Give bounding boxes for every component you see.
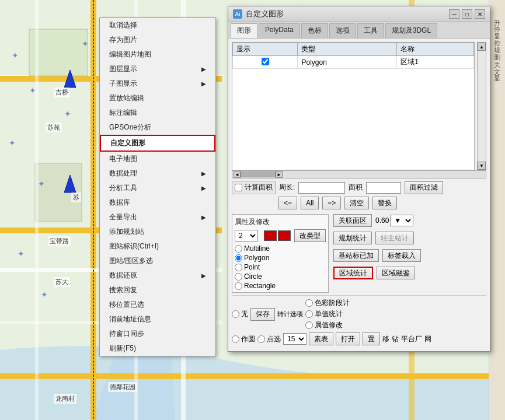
radio-point[interactable]: Point [235, 263, 326, 271]
menu-item-address-info[interactable]: 消前地址信息 [100, 312, 215, 327]
perimeter-input[interactable] [298, 182, 345, 194]
menu-item-emap[interactable]: 电子地图 [100, 152, 215, 166]
related-row: 关联面区 0.60 ▼ [333, 214, 486, 227]
replace-btn[interactable]: 替换 [372, 197, 397, 209]
open-btn[interactable]: 打开 [336, 332, 360, 345]
color-swatch-2[interactable] [278, 230, 291, 241]
region-merge-btn[interactable]: 区域融鉴 [377, 267, 415, 279]
radio-circle[interactable]: Circle [235, 272, 326, 281]
menu-item-sub-display[interactable]: 子图显示 [100, 76, 215, 91]
area-input[interactable] [366, 182, 401, 194]
tab-colormark[interactable]: 色标 [301, 23, 328, 38]
scroll-right-btn[interactable]: ► [276, 171, 283, 178]
dialog-minimize-btn[interactable]: ─ [449, 9, 459, 19]
confirm-btn[interactable]: 置 [363, 332, 380, 345]
menu-item-database[interactable]: 数据库 [100, 195, 215, 210]
menu-item-data-restore[interactable]: 数据还原 [100, 268, 215, 283]
footer-radio-point[interactable]: 点选 [257, 334, 281, 344]
convert-options-label: 转计选项 [277, 310, 303, 318]
menu-item-sync-window[interactable]: 持窗口同步 [100, 327, 215, 341]
calc-row: 计算面积 周长: 面积 面积过滤 [232, 181, 486, 194]
tab-tools[interactable]: 工具 [357, 23, 384, 38]
tab-options[interactable]: 选项 [329, 23, 356, 38]
menu-item-save-image[interactable]: 存为图片 [100, 33, 215, 47]
save-btn[interactable]: 保存 [250, 308, 275, 321]
dialog-close-btn[interactable]: ✕ [475, 9, 485, 19]
area-label: 面积 [349, 183, 363, 192]
menu-item-move-selected[interactable]: 移位置已选 [100, 298, 215, 312]
svg-rect-12 [35, 0, 39, 420]
menu-item-search-restore[interactable]: 搜索回复 [100, 283, 215, 298]
menu-item-gpsone[interactable]: GPSOne分析 [100, 120, 215, 135]
menu-item-custom-shape[interactable]: 自定义图形 [100, 135, 215, 152]
clear-btn[interactable]: 清空 [344, 197, 369, 209]
scroll-down-btn[interactable]: ▼ [478, 162, 486, 170]
right-sidebar: 升 停 显 控 规 删 关 文 显 [489, 0, 505, 420]
menu-item-add-plan[interactable]: 添加规划站 [100, 225, 215, 239]
radio-rectangle[interactable]: Rectangle [235, 282, 326, 290]
row-checkbox-cell[interactable] [233, 56, 298, 69]
main-station-btn[interactable]: 转主站计 [375, 232, 414, 244]
menu-item-edit-image-map[interactable]: 编辑图片地图 [100, 47, 215, 62]
scroll-thumb[interactable] [241, 172, 276, 177]
attr-edit-box: 属性及修改 2 改类型 Multiline [232, 214, 329, 293]
menu-item-data-process[interactable]: 数据处理 [100, 166, 215, 181]
menu-item-full-export[interactable]: 全量导出 [100, 210, 215, 225]
arrow-left-btn[interactable]: <= [278, 197, 297, 209]
tab-planning[interactable]: 规划及3DGL [385, 23, 437, 38]
menu-item-cancel[interactable]: 取消选择 [100, 18, 215, 33]
style-type-btn[interactable]: 改类型 [294, 229, 326, 242]
scroll-left-btn[interactable]: ◄ [234, 171, 241, 178]
all-btn[interactable]: All [301, 197, 319, 209]
scroll-track[interactable] [478, 51, 486, 162]
menu-item-analysis[interactable]: 分析工具 [100, 181, 215, 195]
footer-radio-attr[interactable]: 属值修改 [305, 320, 350, 330]
table-row[interactable]: Polygon 区域1 [233, 56, 474, 69]
scroll-up-btn[interactable]: ▲ [478, 43, 486, 51]
map-label-dejia: 德鄰花园 [108, 382, 137, 392]
menu-item-refresh[interactable]: 刷新(F5) [100, 341, 215, 356]
row-checkbox[interactable] [262, 58, 269, 65]
radio-polygon[interactable]: Polygon [235, 254, 326, 262]
tab-graphic[interactable]: 图形 [231, 23, 257, 38]
col-header-type: 类型 [298, 43, 397, 56]
footer-radio-single[interactable]: 单值统计 [305, 309, 350, 319]
table-area: 显示 类型 名称 Polygon 区域1 [232, 42, 486, 170]
color-swatch-1[interactable] [264, 230, 277, 241]
threshold-btn[interactable]: 规划统计 [333, 232, 372, 244]
svg-text:✦: ✦ [12, 51, 19, 60]
table-scrollbar[interactable]: ▲ ▼ [477, 42, 486, 170]
tab-polydata[interactable]: PolyData [259, 23, 300, 38]
region-stat-btn[interactable]: 区域统计 [333, 267, 373, 279]
dialog-window-controls: ─ □ ✕ [449, 9, 485, 19]
footer-size-dropdown[interactable]: 15 [283, 333, 307, 345]
dialog-title: Ai 自定义图形 [233, 9, 284, 19]
attr-dropdown[interactable]: 2 [235, 230, 258, 242]
menu-item-label-edit[interactable]: 标注编辑 [100, 106, 215, 120]
menu-item-multi-select[interactable]: 图站/围区多选 [100, 254, 215, 268]
menu-item-station-id[interactable]: 图站标识(Ctrl+I) [100, 239, 215, 254]
related-dropdown[interactable]: ▼ [390, 215, 413, 226]
horizontal-scrollbar[interactable]: ◄ ► [232, 170, 486, 178]
perimeter-label: 周长: [279, 183, 295, 192]
shape-table-container[interactable]: 显示 类型 名称 Polygon 区域1 [232, 42, 475, 170]
dialog-restore-btn[interactable]: □ [462, 9, 472, 19]
menu-item-place-edit[interactable]: 置放站编辑 [100, 91, 215, 106]
related-area-btn[interactable]: 关联面区 [333, 214, 372, 227]
table-btn[interactable]: 素表 [309, 332, 333, 345]
attr-section: 属性及修改 2 改类型 Multiline [232, 212, 486, 295]
label-import-btn[interactable]: 标签载入 [382, 249, 421, 262]
radio-multiline[interactable]: Multiline [235, 244, 326, 253]
area-filter-btn[interactable]: 面积过滤 [405, 181, 443, 194]
step-label: 钻 [392, 334, 399, 344]
add-base-btn[interactable]: 基站标已加 [333, 249, 379, 262]
action-buttons-col: 关联面区 0.60 ▼ 规划统计 转主站计 基站标已加 标签载入 [333, 214, 486, 282]
attr-label: 属性及修改 [235, 217, 326, 227]
calc-area-checkbox[interactable] [235, 184, 242, 191]
footer-radio-color[interactable]: 色彩阶段计 [305, 298, 350, 308]
arrow-right-btn[interactable]: => [322, 197, 341, 209]
footer-radio-circle[interactable]: 作圆 [232, 334, 255, 344]
map-label-longnan: 龙南村 [54, 394, 76, 404]
footer-radio-none[interactable]: 无 [232, 309, 248, 319]
menu-item-layer-display[interactable]: 图层显示 [100, 62, 215, 76]
